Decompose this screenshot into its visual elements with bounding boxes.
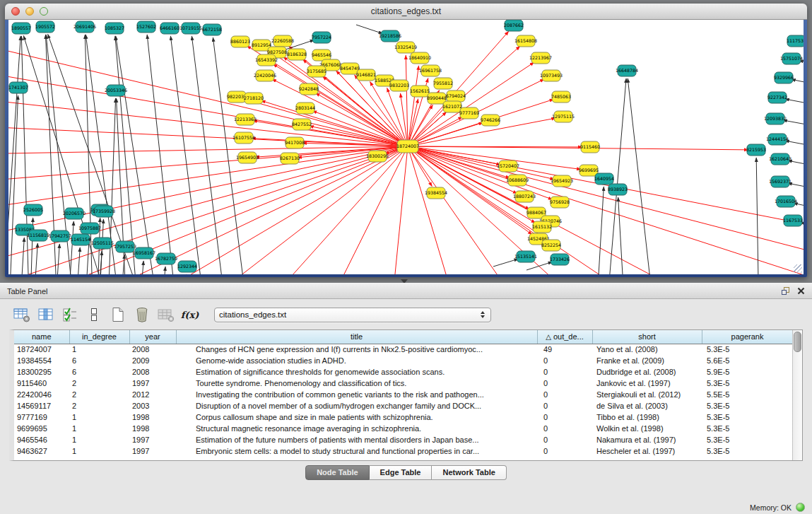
table-cell[interactable]: 5.6E-5 (702, 355, 793, 366)
graph-node-yellow[interactable]: 8427552 (292, 119, 312, 130)
table-row[interactable]: 1830029562008Estimation of significance … (14, 366, 793, 378)
tab-network-table[interactable]: Network Table (432, 465, 506, 480)
column-header-short[interactable]: short (592, 330, 702, 344)
function-builder-icon[interactable]: f(x) (180, 305, 199, 324)
graph-node-teal[interactable]: 15135141 (514, 251, 537, 262)
table-row[interactable]: 946554611997Estimation of the future num… (14, 434, 793, 445)
table-cell[interactable]: 9699695 (14, 423, 69, 434)
graph-node-teal[interactable]: 1905572 (35, 21, 55, 33)
graph-node-yellow[interactable]: 22260588 (271, 35, 294, 47)
graph-node-teal[interactable]: 2526005 (23, 204, 43, 216)
table-cell[interactable]: 9115460 (14, 378, 69, 389)
table-row[interactable]: 969969511998Structural magnetic resonanc… (14, 423, 793, 434)
graph-node-yellow[interactable]: 12213967 (529, 52, 552, 64)
table-cell[interactable]: 2 (69, 389, 129, 400)
graph-node-yellow[interactable]: 7485063 (551, 91, 571, 103)
table-cell[interactable]: Changes of HCN gene expression and I(f) … (176, 344, 537, 355)
graph-node-teal[interactable]: 11156819 (27, 230, 49, 241)
table-cell[interactable]: 22420046 (14, 389, 69, 400)
table-cell[interactable]: 1997 (129, 378, 176, 389)
table-cell[interactable]: Wolkin et al. (1998) (592, 423, 702, 434)
table-row[interactable]: 1456911722003Disruption of a novel membe… (14, 400, 793, 411)
graph-node-yellow[interactable]: 9146821 (356, 69, 376, 81)
graph-node-teal[interactable]: 19218586 (379, 30, 401, 42)
table-cell[interactable]: 1 (69, 411, 129, 423)
graph-node-yellow[interactable]: 9746266 (481, 115, 500, 126)
row-height-icon[interactable] (84, 305, 103, 324)
select-columns-icon[interactable] (60, 305, 79, 324)
column-header-name[interactable]: name (14, 330, 69, 344)
graph-node-yellow[interactable]: 15720407 (497, 160, 519, 172)
table-cell[interactable]: Structural magnetic resonance image aver… (176, 423, 537, 434)
graph-node-teal[interactable]: 10719155 (180, 23, 202, 34)
graph-node-yellow[interactable]: 1615132 (532, 221, 552, 233)
graph-node-yellow[interactable]: 9832203 (389, 80, 409, 91)
table-cell[interactable]: Genome-wide association studies in ADHD. (176, 355, 537, 366)
graph-node-yellow[interactable]: 18724007 (396, 140, 419, 153)
graph-node-teal[interactable]: 12505115 (91, 238, 114, 249)
graph-node-teal[interactable]: 20053346 (105, 85, 127, 96)
graph-node-yellow[interactable]: 3175685 (307, 66, 326, 77)
table-cell[interactable]: 1 (69, 434, 129, 445)
graph-node-teal[interactable]: 10975887 (78, 223, 101, 234)
table-cell[interactable]: 9463627 (14, 445, 69, 457)
graph-node-teal[interactable]: 9227342 (767, 92, 787, 103)
column-header-year[interactable]: year (129, 330, 176, 344)
delete-table-icon[interactable] (132, 305, 151, 324)
graph-node-teal[interactable]: 1890557 (11, 23, 31, 34)
table-cell[interactable]: 5.3E-5 (702, 411, 793, 423)
graph-node-yellow[interactable]: 16107554 (233, 132, 255, 144)
table-cell[interactable]: Nakamura et al. (1997) (592, 434, 702, 445)
graph-node-yellow[interactable]: 8252254 (541, 240, 561, 251)
tab-edge-table[interactable]: Edge Table (370, 465, 433, 480)
graph-node-yellow[interactable]: 2718120 (244, 93, 264, 104)
graph-node-teal[interactable]: 16958167 (133, 247, 155, 259)
table-cell[interactable]: 6 (69, 366, 129, 378)
table-cell[interactable]: 2 (69, 400, 129, 411)
table-cell[interactable]: Jankovic et al. (1997) (592, 378, 702, 389)
table-row[interactable]: 911546021997Tourette syndrome. Phenomeno… (14, 378, 793, 389)
graph-node-teal[interactable]: 7957224 (312, 32, 331, 43)
graph-node-teal[interactable]: 6466160 (160, 23, 180, 34)
table-cell[interactable]: 1997 (129, 445, 176, 457)
graph-node-yellow[interactable]: 16961758 (419, 65, 442, 76)
table-cell[interactable]: 18724007 (14, 344, 69, 355)
create-table-icon[interactable] (108, 305, 127, 324)
graph-node-yellow[interactable]: 16543392 (255, 54, 278, 66)
table-cell[interactable]: 5.3E-5 (702, 445, 793, 457)
table-cell[interactable]: 1 (69, 445, 129, 457)
table-cell[interactable]: Estimation of the future numbers of pati… (176, 434, 537, 445)
graph-node-yellow[interactable]: 8267130 (280, 153, 300, 164)
graph-node-yellow[interactable]: 9115460 (580, 141, 600, 153)
table-cell[interactable]: Tourette syndrome. Phenomenology and cla… (176, 378, 537, 389)
graph-node-teal[interactable]: 16210643 (769, 153, 792, 165)
column-header-pagerank[interactable]: pagerank (702, 330, 793, 344)
table-scrollbar[interactable] (792, 330, 802, 460)
table-cell[interactable]: Yano et al. (2008) (592, 344, 702, 355)
graph-node-teal[interactable]: 15751074 (780, 53, 803, 64)
table-cell[interactable]: 0 (537, 423, 592, 434)
graph-node-teal[interactable]: 1292344 (177, 261, 197, 272)
table-cell[interactable]: Disruption of a novel member of a sodium… (176, 400, 537, 411)
table-cell[interactable]: 0 (537, 445, 592, 457)
table-cell[interactable]: 14569117 (14, 400, 69, 411)
table-row[interactable]: 1872400712008Changes of HCN gene express… (14, 344, 793, 355)
graph-node-yellow[interactable]: 18300295 (366, 151, 389, 162)
graph-node-teal[interactable]: 1085327 (105, 23, 124, 34)
column-header-title[interactable]: title (176, 330, 537, 344)
graph-node-teal[interactable]: 17942757 (49, 230, 71, 242)
table-cell[interactable]: Tibbo et al. (1998) (592, 411, 702, 423)
graph-node-teal[interactable]: 12093832 (764, 113, 787, 124)
table-cell[interactable]: 0 (537, 434, 592, 445)
graph-node-yellow[interactable]: 9777169 (459, 107, 479, 119)
table-row[interactable]: 946362711997Embryonic stem cells: a mode… (14, 445, 793, 457)
table-cell[interactable]: 9465546 (14, 434, 69, 445)
graph-node-yellow[interactable]: 19384554 (425, 187, 447, 199)
table-cell[interactable]: 0 (537, 411, 592, 423)
graph-node-teal[interactable]: 1741307 (8, 82, 28, 93)
graph-node-teal[interactable]: 15692371 (769, 176, 792, 187)
window-titlebar[interactable]: citations_edges.txt (5, 4, 807, 20)
table-cell[interactable]: Corpus callosum shape and size in male p… (176, 411, 537, 423)
graph-node-teal[interactable]: 8938923 (608, 184, 628, 195)
graph-node-teal[interactable]: 6672158 (202, 24, 222, 35)
